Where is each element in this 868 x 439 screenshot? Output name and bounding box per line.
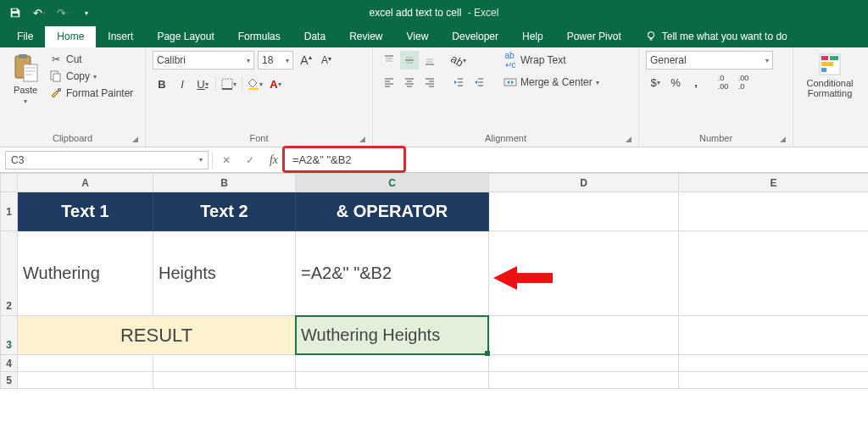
orientation-icon[interactable]: ab▾ (449, 51, 468, 69)
cell-c2[interactable]: =A2&" "&B2 (296, 231, 489, 316)
conditional-formatting-button[interactable]: Conditional Formatting (811, 51, 849, 98)
row-header-4[interactable]: 4 (1, 355, 18, 372)
wrap-text-button[interactable]: ab↵c Wrap Text (500, 51, 603, 69)
tab-file[interactable]: File (5, 26, 45, 47)
row-header-2[interactable]: 2 (1, 231, 18, 316)
cell-e1[interactable] (679, 192, 869, 231)
borders-button[interactable]: ▾ (220, 75, 238, 93)
cell-e5[interactable] (679, 372, 869, 389)
italic-button[interactable]: I (173, 75, 192, 93)
svg-rect-10 (222, 79, 232, 89)
align-left-icon[interactable] (380, 73, 398, 92)
decrease-indent-icon[interactable] (449, 73, 468, 92)
undo-icon[interactable]: ↶▾ (29, 3, 49, 23)
merge-center-button[interactable]: Merge & Center ▾ (500, 73, 603, 92)
tab-formulas[interactable]: Formulas (226, 26, 292, 47)
align-right-icon[interactable] (420, 73, 439, 92)
dialog-launcher-icon[interactable]: ◢ (132, 135, 138, 143)
fill-color-button[interactable]: ▾ (246, 75, 264, 93)
cell-b4[interactable] (153, 355, 296, 372)
cell-e3[interactable] (679, 316, 869, 355)
bold-button[interactable]: B (153, 75, 171, 93)
increase-font-icon[interactable]: A▴ (297, 51, 315, 69)
cell-a2[interactable]: Wuthering (18, 231, 153, 316)
redo-icon[interactable]: ↷▾ (53, 3, 73, 23)
col-header-a[interactable]: A (18, 174, 153, 192)
cut-button[interactable]: ✂ Cut (49, 53, 133, 66)
cell-c1[interactable]: & OPERATOR (296, 192, 489, 231)
enter-formula-icon[interactable]: ✓ (240, 151, 260, 169)
font-name-combo[interactable]: Calibri▾ (153, 51, 254, 69)
font-size-combo[interactable]: 18▾ (258, 51, 293, 69)
cell-d5[interactable] (489, 372, 679, 389)
dialog-launcher-icon[interactable]: ◢ (359, 135, 365, 143)
align-bottom-icon[interactable] (420, 51, 439, 69)
tab-page-layout[interactable]: Page Layout (145, 26, 225, 47)
paste-button[interactable]: Paste▾ (7, 51, 44, 106)
decrease-font-icon[interactable]: A▾ (317, 51, 336, 69)
tab-home[interactable]: Home (45, 26, 96, 47)
cell-a4[interactable] (18, 355, 153, 372)
cell-e4[interactable] (679, 355, 869, 372)
cell-b2[interactable]: Heights (153, 231, 296, 316)
formula-input[interactable]: =A2&" "&B2 (287, 151, 863, 169)
tab-help[interactable]: Help (510, 26, 555, 47)
dialog-launcher-icon[interactable]: ◢ (626, 135, 632, 143)
comma-format-button[interactable]: , (687, 73, 705, 92)
tab-insert[interactable]: Insert (96, 26, 145, 47)
format-painter-button[interactable]: Format Painter (49, 86, 133, 100)
row-header-3[interactable]: 3 (1, 316, 18, 355)
number-format-combo[interactable]: General▾ (646, 51, 773, 69)
tab-developer[interactable]: Developer (440, 26, 510, 47)
tab-power-pivot[interactable]: Power Pivot (555, 26, 633, 47)
cell-d1[interactable] (489, 192, 679, 231)
col-header-d[interactable]: D (489, 174, 679, 192)
dialog-launcher-icon[interactable]: ◢ (780, 135, 786, 143)
increase-decimal-icon[interactable]: .0.00 (714, 73, 732, 92)
col-header-b[interactable]: B (153, 174, 296, 192)
tab-view[interactable]: View (395, 26, 441, 47)
col-header-e[interactable]: E (679, 174, 869, 192)
insert-function-icon[interactable]: fx (264, 151, 284, 169)
qat-customize-icon[interactable]: ▾ (76, 3, 97, 23)
cancel-formula-icon[interactable]: ✕ (216, 151, 236, 169)
cell-b1[interactable]: Text 2 (153, 192, 296, 231)
row-header-5[interactable]: 5 (1, 372, 18, 389)
font-size-value: 18 (262, 54, 273, 66)
align-middle-icon[interactable] (400, 51, 419, 69)
merge-center-label: Merge & Center (520, 76, 593, 88)
col-header-c[interactable]: C (296, 174, 489, 192)
percent-format-button[interactable]: % (666, 73, 685, 92)
tab-data[interactable]: Data (292, 26, 337, 47)
name-box[interactable]: C3 ▾ (5, 151, 209, 169)
number-group-label: Number (699, 133, 732, 143)
accounting-format-button[interactable]: $ ▾ (646, 73, 665, 92)
align-center-icon[interactable] (400, 73, 419, 92)
tell-me-search[interactable]: Tell me what you want to do (633, 31, 799, 47)
svg-rect-42 (821, 56, 828, 60)
save-icon[interactable] (5, 3, 25, 23)
worksheet-grid[interactable]: A B C D E 1 Text 1 Text 2 & OPERATOR 2 W… (0, 173, 868, 389)
cell-d3[interactable] (489, 316, 679, 355)
increase-indent-icon[interactable] (470, 73, 488, 92)
cell-a5[interactable] (18, 372, 153, 389)
svg-rect-5 (19, 54, 27, 58)
cell-a3b3-merged[interactable]: RESULT (18, 316, 296, 355)
name-box-value: C3 (11, 154, 24, 166)
underline-button[interactable]: U ▾ (193, 75, 212, 93)
copy-button[interactable]: Copy ▾ (49, 69, 133, 83)
select-all-corner[interactable] (1, 174, 18, 192)
cell-d4[interactable] (489, 355, 679, 372)
cell-c3[interactable]: Wuthering Heights (296, 316, 489, 355)
cell-c5[interactable] (296, 372, 489, 389)
row-header-1[interactable]: 1 (1, 192, 18, 231)
font-color-button[interactable]: A ▾ (266, 75, 285, 93)
align-top-icon[interactable] (380, 51, 398, 69)
paintbrush-icon (49, 86, 63, 100)
cell-e2[interactable] (679, 231, 869, 316)
cell-b5[interactable] (153, 372, 296, 389)
cell-a1[interactable]: Text 1 (18, 192, 153, 231)
decrease-decimal-icon[interactable]: .00.0 (734, 73, 753, 92)
tab-review[interactable]: Review (337, 26, 394, 47)
cell-c4[interactable] (296, 355, 489, 372)
